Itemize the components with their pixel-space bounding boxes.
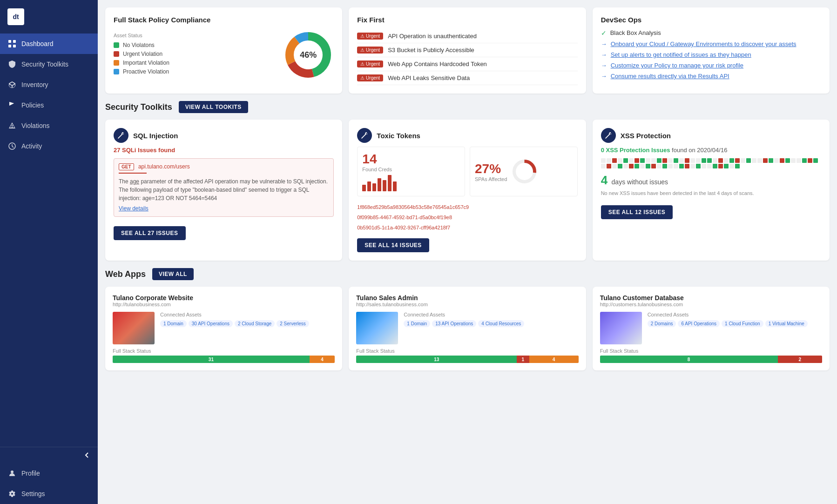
xss-issues-count: 0 XSS Protection Issues found on 2020/04… [601, 147, 821, 154]
asset-tag: 2 Cloud Storage [235, 320, 275, 327]
grid-icon [7, 39, 17, 48]
devsec-link[interactable]: Set up alerts to get notified of issues … [611, 51, 751, 58]
wrench-icon-2 [357, 128, 372, 143]
see-all-sql-button[interactable]: SEE ALL 27 ISSUES [114, 226, 186, 240]
asset-tag: 4 Cloud Resources [478, 320, 524, 327]
heatmap-cell [757, 158, 762, 163]
fix-item: ⚠ UrgentWeb App Contains Hardcoded Token [357, 57, 577, 71]
asset-tag: 1 Domain [404, 320, 430, 327]
heatmap-cell [729, 158, 734, 163]
heatmap-cell [607, 164, 611, 168]
sidebar-item-inventory[interactable]: Inventory [0, 74, 98, 95]
devsec-item[interactable]: →Customize your Policy to manage your ri… [601, 62, 821, 69]
compliance-card: Full Stack Policy Compliance Asset Statu… [105, 7, 342, 94]
assets-label: Connected Assets [404, 312, 578, 317]
user-icon [7, 469, 17, 478]
check-icon: ✓ [601, 29, 607, 37]
sidebar-item-security-toolkits[interactable]: Security Toolkits [0, 54, 98, 74]
heatmap-cell [752, 158, 756, 163]
heatmap-cell [623, 164, 628, 168]
sidebar-item-violations[interactable]: Violations [0, 115, 98, 136]
heatmap-cell [735, 164, 740, 168]
svg-rect-0 [8, 40, 11, 43]
logo-icon: dt [7, 8, 24, 25]
see-all-tokens-button[interactable]: SEE ALL 14 ISSUES [357, 238, 429, 252]
sql-issues-count: 27 SQLi Issues found [114, 147, 334, 154]
asset-tag: 13 API Operations [432, 320, 476, 327]
sidebar-item-dashboard[interactable]: Dashboard [0, 34, 98, 54]
full-stack-label: Full Stack Status [356, 348, 578, 354]
legend-label: Urgent Violation [123, 51, 162, 57]
sidebar-item-label: Inventory [21, 81, 48, 88]
sidebar-item-policies[interactable]: Policies [0, 95, 98, 115]
webapp-thumbnail [356, 312, 398, 344]
webapp-url: http://tulanobusiness.com [113, 302, 335, 307]
heatmap-cell [679, 158, 684, 163]
asset-tags: 2 Domains6 API Operations1 Cloud Functio… [648, 320, 822, 327]
heatmap-cell [651, 164, 656, 168]
webapp-title: Tulano Customer Database [600, 294, 822, 302]
sidebar: dt Dashboard Security Toolkits Inventory… [0, 0, 98, 504]
heatmap-cell [769, 158, 773, 163]
devsec-link[interactable]: Customize your Policy to manage your ris… [611, 62, 743, 69]
svg-point-5 [11, 470, 14, 473]
heatmap-cell [662, 164, 667, 168]
asset-tag: 1 Cloud Function [722, 320, 763, 327]
days-without-container: 4 days without issues [601, 173, 821, 188]
arrow-icon: → [601, 73, 607, 80]
devsec-link[interactable]: Onboard your Cloud / Gateway Environment… [611, 40, 796, 47]
heatmap-cell [802, 158, 807, 163]
sidebar-nav: Dashboard Security Toolkits Inventory Po… [0, 34, 98, 447]
toolkit-name-xss: XSS Protection [621, 132, 671, 140]
view-all-toolkits-button[interactable]: VIEW ALL TOOKITS [179, 101, 248, 113]
heatmap-cell [696, 164, 701, 168]
toolkits-row: SQL Injection 27 SQLi Issues found GET a… [105, 120, 830, 261]
fix-first-items: ⚠ UrgentAPI Operation is unauthenticated… [357, 29, 577, 85]
xss-protection-card: XSS Protection 0 XSS Protection Issues f… [593, 120, 830, 261]
status-bar-segment: 4 [529, 356, 579, 363]
webapp-title: Tulano Sales Admin [356, 294, 578, 302]
asset-tag: 2 Serverless [277, 320, 309, 327]
webapp-url: http://customers.tulanobusiness.com [600, 302, 822, 307]
devsec-link[interactable]: Consume results directly via the Results… [611, 73, 729, 80]
web-apps-header: Web Apps VIEW ALL [105, 268, 830, 280]
heatmap-cell [601, 158, 606, 163]
fix-item: ⚠ UrgentAPI Operation is unauthenticated [357, 29, 577, 43]
found-creds-label: Found Creds [362, 167, 460, 172]
legend-dot [114, 51, 119, 57]
webapp-title: Tulano Corporate Website [113, 294, 335, 302]
sidebar-item-settings[interactable]: Settings [0, 484, 98, 504]
fix-item-text: Web API Leaks Sensitive Data [388, 74, 470, 81]
sidebar-item-activity[interactable]: Activity [0, 136, 98, 156]
wrench-icon-3 [601, 128, 616, 143]
days-without-value: 4 [601, 173, 608, 187]
asset-status-label: Asset Status [114, 33, 275, 38]
devsec-item[interactable]: →Set up alerts to get notified of issues… [601, 51, 821, 58]
devsec-item[interactable]: →Consume results directly via the Result… [601, 73, 821, 80]
assets-label: Connected Assets [160, 312, 335, 317]
arrow-icon: → [601, 40, 607, 47]
security-toolkits-title: Security Toolkits [105, 102, 172, 112]
asset-tags: 1 Domain13 API Operations4 Cloud Resourc… [404, 320, 578, 327]
devsec-item: ✓Black Box Analysis [601, 29, 821, 37]
heatmap-cell [634, 158, 639, 163]
collapse-button[interactable] [0, 447, 98, 463]
full-stack-label: Full Stack Status [600, 348, 822, 354]
heatmap-cell [813, 158, 818, 163]
sidebar-item-profile[interactable]: Profile [0, 463, 98, 484]
spas-value: 27% [475, 161, 507, 176]
view-all-webapps-button[interactable]: VIEW ALL [152, 268, 194, 280]
devsec-item[interactable]: →Onboard your Cloud / Gateway Environmen… [601, 40, 821, 47]
heatmap-cell [674, 158, 678, 163]
box-icon [7, 80, 17, 89]
view-details-link[interactable]: View details [119, 205, 148, 212]
alert-icon [7, 121, 17, 130]
webapp-assets: Connected Assets 1 Domain13 API Operatio… [404, 312, 578, 344]
legend-dot [114, 60, 119, 66]
heatmap-cell [718, 158, 723, 163]
see-all-xss-button[interactable]: SEE ALL 12 ISSUES [601, 205, 673, 219]
heatmap-cell [741, 158, 745, 163]
logo-area: dt [0, 0, 98, 34]
devsec-ops-card: DevSec Ops ✓Black Box Analysis→Onboard y… [593, 7, 830, 94]
heatmap-cell [668, 158, 673, 163]
